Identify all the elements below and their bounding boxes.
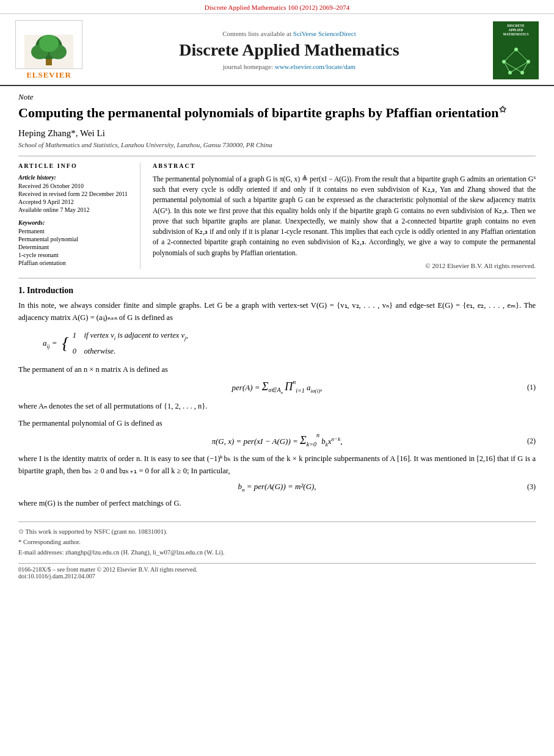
- equation-1-row: per(A) = Σσ∈An Πni=1 aiσ(i), (1): [18, 380, 536, 396]
- keywords-section: Keywords: Permanent Permanental polynomi…: [18, 219, 131, 266]
- section1-para3: where Aₙ denotes the set of all permutat…: [18, 400, 536, 412]
- section1-title: 1. Introduction: [18, 286, 536, 296]
- keyword-1: Permanental polynomial: [18, 236, 131, 242]
- equation-3-row: bn = per(A(G)) = m²(G), (3): [18, 482, 536, 493]
- keyword-3: 1-cycle resonant: [18, 252, 131, 258]
- keyword-2: Determinant: [18, 244, 131, 250]
- elsevier-logo-area: ELSEVIER: [12, 20, 86, 80]
- footnotes-area: ✩ This work is supported by NSFC (grant …: [18, 522, 536, 558]
- journal-header: ELSEVIER Contents lists available at Sci…: [0, 14, 554, 86]
- footer-doi: doi:10.1016/j.dam.2012.04.007: [18, 573, 536, 580]
- equation-2-number: (2): [511, 437, 536, 446]
- paper-body: Note Computing the permanental polynomia…: [0, 86, 554, 592]
- abstract-col: Abstract The permanental polynomial of a…: [153, 162, 536, 269]
- aij-definition: aij = { 1 if vertex vi is adjacent to ve…: [43, 329, 536, 358]
- abstract-heading: Abstract: [153, 162, 536, 169]
- svg-point-5: [39, 35, 59, 52]
- keyword-4: Pfaffian orientation: [18, 260, 131, 266]
- history-label: Article history:: [18, 174, 131, 181]
- sciverse-link[interactable]: SciVerse ScienceDirect: [293, 30, 356, 37]
- divider-1: [18, 156, 536, 156]
- equation-2-content: π(G, x) = per(xI − A(G)) = Σk=0n bkxn−k,: [43, 434, 511, 448]
- homepage-line: journal homepage: www.elsevier.com/locat…: [93, 63, 486, 70]
- logo-box: [15, 20, 82, 69]
- case-1: 1 if vertex vi is adjacent to vertex vj,: [73, 329, 188, 343]
- footnote-email: E-mail addresses: zhanghp@lzu.edu.cn (H.…: [18, 548, 536, 558]
- section1-para1: In this note, we always consider finite …: [18, 299, 536, 324]
- article-abstract-section: Article info Article history: Received 2…: [18, 162, 536, 269]
- history-item-0: Received 26 October 2010: [18, 183, 131, 189]
- affiliation: School of Mathematics and Statistics, La…: [18, 141, 536, 148]
- aij-var: aij =: [43, 336, 57, 351]
- section1-para2: The permanent of an n × n matrix A is de…: [18, 363, 536, 376]
- equation-1-number: (1): [511, 383, 536, 392]
- piecewise-cases: 1 if vertex vi is adjacent to vertex vj,…: [73, 329, 188, 358]
- journal-cover: DISCRETEAPPLIEDMATHEMATICS: [493, 20, 542, 80]
- piecewise-brace: {: [62, 335, 69, 352]
- homepage-link[interactable]: www.elsevier.com/locate/dam: [275, 63, 355, 70]
- cover-title: DISCRETEAPPLIEDMATHEMATICS: [503, 24, 529, 37]
- history-item-1: Received in revised form 22 December 201…: [18, 191, 131, 197]
- elsevier-brand: ELSEVIER: [26, 70, 71, 80]
- equation-1-content: per(A) = Σσ∈An Πni=1 aiσ(i),: [43, 380, 511, 396]
- footnote-2: * Corresponding author.: [18, 537, 536, 548]
- keywords-label: Keywords:: [18, 219, 131, 226]
- case-0: 0 otherwise.: [73, 344, 188, 358]
- section1-para6: where m(G) is the number of perfect matc…: [18, 497, 536, 509]
- journal-citation: Discrete Applied Mathematics 160 (2012) …: [205, 4, 349, 11]
- piecewise-def: { 1 if vertex vi is adjacent to vertex v…: [62, 329, 188, 358]
- elsevier-tree-icon: [24, 35, 73, 68]
- article-info: Article info Article history: Received 2…: [18, 162, 140, 269]
- abstract-text: The permanental polynomial of a graph G …: [153, 174, 536, 258]
- top-bar: Discrete Applied Mathematics 160 (2012) …: [0, 0, 554, 14]
- equation-2-row: π(G, x) = per(xI − A(G)) = Σk=0n bkxn−k,…: [18, 434, 536, 448]
- title-star: ✩: [499, 105, 506, 114]
- sciverse-line: Contents lists available at SciVerse Sci…: [93, 30, 486, 37]
- footer-bottom: 0166-218X/$ – see front matter © 2012 El…: [18, 563, 536, 580]
- equation-3-number: (3): [511, 482, 536, 492]
- article-info-heading: Article info: [18, 162, 131, 169]
- authors: Heping Zhang*, Wei Li: [18, 128, 536, 139]
- section1-para4: The permanental polynomial of G is defin…: [18, 417, 536, 429]
- history-item-3: Available online 7 May 2012: [18, 206, 131, 213]
- section1-para5: where I is the identity matrix of order …: [18, 453, 536, 477]
- cover-image: DISCRETEAPPLIEDMATHEMATICS: [493, 21, 539, 79]
- copyright: © 2012 Elsevier B.V. All rights reserved…: [153, 262, 536, 269]
- cover-graph-icon: [498, 43, 534, 77]
- paper-title: Computing the permanental polynomials of…: [18, 104, 536, 122]
- divider-2: [18, 278, 536, 278]
- footer-issn: 0166-218X/$ – see front matter © 2012 El…: [18, 566, 536, 573]
- history-item-2: Accepted 9 April 2012: [18, 198, 131, 205]
- note-label: Note: [18, 92, 536, 102]
- journal-title: Discrete Applied Mathematics: [93, 40, 486, 60]
- header-center: Contents lists available at SciVerse Sci…: [93, 20, 486, 80]
- footnote-1: ✩ This work is supported by NSFC (grant …: [18, 527, 536, 537]
- keyword-0: Permanent: [18, 228, 131, 234]
- equation-3-content: bn = per(A(G)) = m²(G),: [43, 482, 511, 493]
- svg-point-6: [47, 60, 51, 64]
